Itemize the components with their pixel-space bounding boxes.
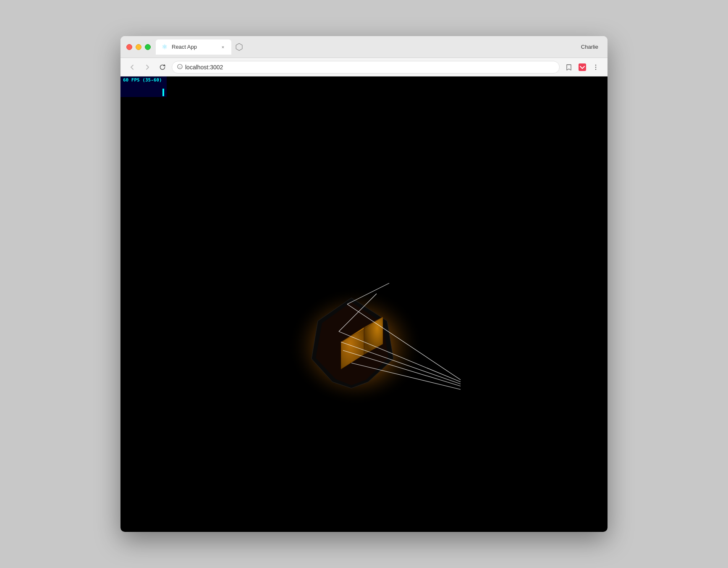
title-bar: ⚛ React App × ⬡ Charlie <box>120 36 608 58</box>
pocket-button[interactable] <box>576 61 588 73</box>
back-button[interactable] <box>126 61 138 73</box>
bookmark-button[interactable] <box>563 61 575 73</box>
svg-point-5 <box>595 68 597 70</box>
url-text: localhost:3002 <box>185 64 554 71</box>
tab-title: React App <box>172 44 216 50</box>
menu-button[interactable] <box>590 61 602 73</box>
security-icon: i <box>177 64 183 71</box>
fps-counter: 60 FPS (35-60) <box>120 76 167 97</box>
tab-close-button[interactable]: × <box>220 44 226 50</box>
page-content: 60 FPS (35-60) <box>120 76 608 532</box>
profile-name: Charlie <box>581 44 602 50</box>
tab-bar: ⚛ React App × ⬡ <box>156 39 581 55</box>
new-tab-button[interactable]: ⬡ <box>233 41 245 53</box>
minimize-button[interactable] <box>136 44 141 50</box>
reload-button[interactable] <box>157 61 168 73</box>
tab-favicon: ⚛ <box>161 43 168 51</box>
maximize-button[interactable] <box>145 44 151 50</box>
nav-bar: i localhost:3002 <box>120 58 608 76</box>
svg-rect-2 <box>579 63 586 71</box>
fps-label: 60 FPS (35-60) <box>123 77 164 83</box>
traffic-lights <box>126 44 151 50</box>
active-tab[interactable]: ⚛ React App × <box>156 39 231 55</box>
forward-button[interactable] <box>141 61 153 73</box>
close-button[interactable] <box>126 44 132 50</box>
svg-point-3 <box>595 64 597 66</box>
address-bar[interactable]: i localhost:3002 <box>172 61 560 74</box>
fps-graph <box>123 84 165 96</box>
svg-text:i: i <box>179 65 180 69</box>
nav-actions <box>563 61 602 73</box>
fps-bar <box>162 89 164 96</box>
browser-window: ⚛ React App × ⬡ Charlie <box>120 36 608 532</box>
scene-svg <box>217 157 511 451</box>
scene-container <box>120 76 608 532</box>
svg-point-4 <box>595 66 597 68</box>
